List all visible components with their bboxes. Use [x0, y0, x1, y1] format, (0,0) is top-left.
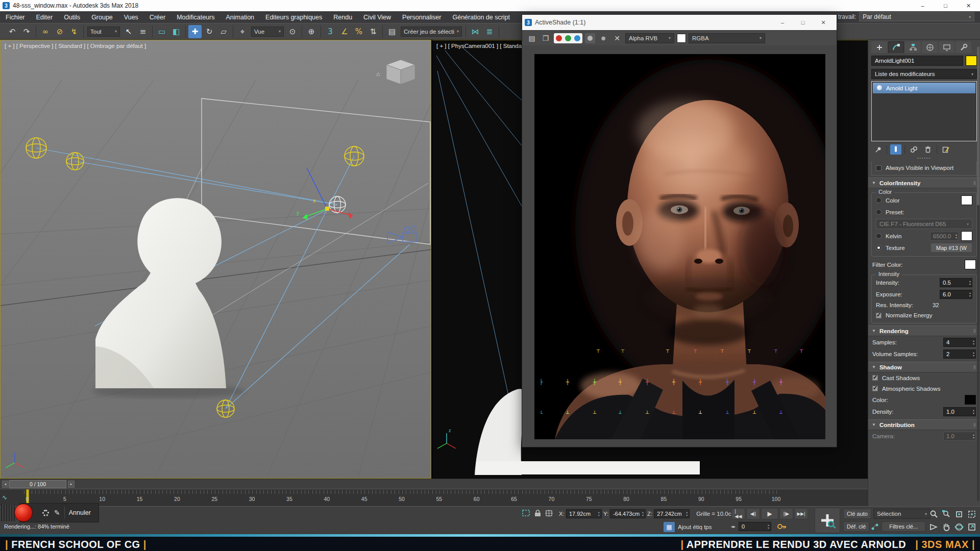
save-image-icon[interactable]: ▤: [526, 33, 537, 44]
select-link-button[interactable]: ∞: [39, 25, 52, 38]
camera-contribution-spinner[interactable]: 1.0 ▴ ▾: [943, 432, 976, 441]
modifier-list-dropdown[interactable]: Liste des modificateurs ▾: [871, 69, 977, 79]
kelvin-radio[interactable]: [876, 233, 881, 239]
texture-radio[interactable]: [876, 245, 881, 251]
key-filters-button[interactable]: Filtres clé...: [881, 521, 925, 532]
red-channel-toggle[interactable]: [556, 35, 562, 41]
frame-nudge-icon[interactable]: ◂▸: [731, 524, 736, 529]
tab-create[interactable]: [871, 41, 887, 53]
time-tag-label[interactable]: Ajout étiq tps: [678, 524, 712, 530]
shadow-color-swatch[interactable]: [965, 395, 976, 405]
zoom-all-icon[interactable]: [940, 508, 952, 520]
set-key-mode-button[interactable]: Déf. clé: [843, 521, 869, 532]
viewcube-home-icon[interactable]: ⌂: [376, 70, 380, 78]
mini-curve-editor-icon[interactable]: ∿: [2, 494, 7, 501]
spinner-snap-toggle-button[interactable]: ⇅: [366, 25, 380, 38]
activeshade-window[interactable]: 3 ActiveShade (1:1) – □ ✕ ▤ ❐ ● ✕ Alpha …: [522, 14, 837, 447]
select-and-rotate-button[interactable]: ↻: [203, 25, 216, 38]
current-frame-field[interactable]: 0 ▴ ▾: [739, 522, 771, 531]
zoom-extents-icon[interactable]: [952, 508, 965, 520]
tab-display[interactable]: [939, 41, 954, 53]
menu-animation[interactable]: Animation: [220, 11, 260, 23]
selection-lock-icon[interactable]: [534, 509, 542, 517]
exposure-spinner[interactable]: 6.0 ▴ ▾: [940, 290, 972, 299]
rollout-contribution[interactable]: ▼ Contribution ⣿: [868, 419, 980, 430]
texture-map-button[interactable]: Map #13 (W: [930, 243, 972, 253]
menu-editer[interactable]: Editer: [31, 11, 59, 23]
viewport-physcamera-label[interactable]: [ + ] [ PhysCamera001 ] [ Standard ]: [436, 43, 530, 49]
background-color-swatch[interactable]: [677, 34, 686, 43]
auto-key-button[interactable]: Clé auto: [843, 509, 871, 519]
minimize-button[interactable]: –: [911, 0, 934, 11]
cast-shadows-checkbox[interactable]: [872, 375, 878, 381]
spinner-arrows-icon[interactable]: ▴ ▾: [642, 511, 644, 517]
key-steps-icon[interactable]: [870, 522, 880, 531]
show-end-result-icon[interactable]: [890, 144, 901, 155]
select-and-manipulate-button[interactable]: ⊕: [305, 25, 318, 38]
light-portal-quad[interactable]: [202, 98, 430, 244]
menu-groupe[interactable]: Groupe: [86, 11, 118, 23]
maximize-button[interactable]: □: [934, 0, 957, 11]
rollout-color-intensity[interactable]: ▼ Color/Intensity ⣿: [868, 178, 980, 188]
select-and-place-button[interactable]: ⌖: [236, 25, 249, 38]
previous-frame-button[interactable]: ◂: [2, 481, 9, 488]
unlink-selection-button[interactable]: ⊘: [53, 25, 66, 38]
time-tag-cube-icon[interactable]: ▦: [664, 522, 675, 532]
activeshade-close-button[interactable]: ✕: [813, 15, 834, 30]
spinner-arrows-icon[interactable]: ▴ ▾: [973, 339, 974, 345]
spinner-arrows-icon[interactable]: ▴ ▾: [598, 511, 600, 517]
density-spinner[interactable]: 1.0 ▴ ▾: [943, 407, 976, 416]
display-channel-dropdown[interactable]: Alpha RVB ▾: [625, 33, 674, 43]
edit-named-selection-sets-button[interactable]: ▤: [385, 25, 399, 38]
tab-modify[interactable]: [888, 41, 904, 53]
pan-hand-icon[interactable]: [940, 520, 952, 533]
volume-samples-spinner[interactable]: 2 ▴ ▾: [943, 349, 976, 359]
samples-spinner[interactable]: 4 ▴ ▾: [943, 338, 976, 347]
always-visible-checkbox[interactable]: [876, 165, 881, 171]
stack-item-arnold-light[interactable]: Arnold Light: [873, 83, 975, 93]
align-button[interactable]: ≣: [483, 25, 496, 38]
object-name-field[interactable]: ArnoldLight001: [871, 56, 963, 66]
z-coord-field[interactable]: 27.242cm ▴ ▾: [654, 509, 690, 518]
blue-channel-toggle[interactable]: [574, 35, 580, 41]
menu-personnaliser[interactable]: Personnaliser: [397, 11, 447, 23]
clone-rendered-frame-icon[interactable]: ❐: [540, 33, 551, 44]
object-color-swatch[interactable]: [966, 56, 977, 66]
format-dropdown[interactable]: RGBA ▾: [689, 33, 765, 43]
absolute-mode-icon[interactable]: [545, 509, 554, 517]
play-button[interactable]: ▶: [761, 508, 778, 519]
menu-vues[interactable]: Vues: [118, 11, 144, 23]
use-pivot-point-center-button[interactable]: ⊙: [286, 25, 299, 38]
x-coord-field[interactable]: 17.92cm ▴ ▾: [566, 509, 602, 518]
rollout-grip[interactable]: ••••••: [868, 156, 980, 160]
monochrome-channel-toggle[interactable]: [585, 33, 595, 43]
spinner-arrows-icon[interactable]: ▴ ▾: [973, 433, 974, 439]
mirror-button[interactable]: ⋈: [469, 25, 482, 38]
filter-color-swatch[interactable]: [965, 260, 976, 269]
tab-motion[interactable]: [922, 41, 938, 53]
menu-g-n-ration-de-script[interactable]: Génération de script: [447, 11, 516, 23]
edit-pencil-icon[interactable]: ✎: [54, 509, 60, 517]
kelvin-color-swatch[interactable]: [961, 231, 972, 241]
menu-outils[interactable]: Outils: [58, 11, 86, 23]
tab-hierarchy[interactable]: [905, 41, 921, 53]
undo-button[interactable]: ↶: [6, 25, 19, 38]
angle-snap-toggle-button[interactable]: ∠: [338, 25, 351, 38]
go-to-start-button[interactable]: |◀◀: [731, 508, 745, 519]
activeshade-maximize-button[interactable]: □: [793, 15, 813, 30]
remove-modifier-icon[interactable]: [922, 144, 934, 155]
workspace-dropdown[interactable]: Par défaut ▾: [859, 12, 974, 21]
viewport-perspective[interactable]: [ + ] [ Perspective ] [ Standard ] [ Omb…: [0, 40, 431, 479]
rollout-rendering[interactable]: ▼ Rendering ⣿: [868, 325, 980, 336]
configure-modifier-sets-icon[interactable]: [940, 144, 951, 155]
green-channel-toggle[interactable]: [565, 35, 571, 41]
menu-editeurs-graphiques[interactable]: Editeurs graphiques: [260, 11, 328, 23]
selection-filter-dropdown[interactable]: Tout▾: [87, 27, 120, 37]
time-slider-handle[interactable]: 0 / 100: [9, 480, 66, 488]
menu-rendu[interactable]: Rendu: [328, 11, 358, 23]
zoom-icon[interactable]: [927, 508, 940, 520]
alpha-channel-toggle[interactable]: ●: [598, 33, 609, 44]
rollout-shadow[interactable]: ▼ Shadow ⣿: [868, 362, 980, 372]
go-to-end-button[interactable]: ▶▶|: [794, 508, 808, 519]
normalize-energy-checkbox[interactable]: [876, 313, 881, 318]
